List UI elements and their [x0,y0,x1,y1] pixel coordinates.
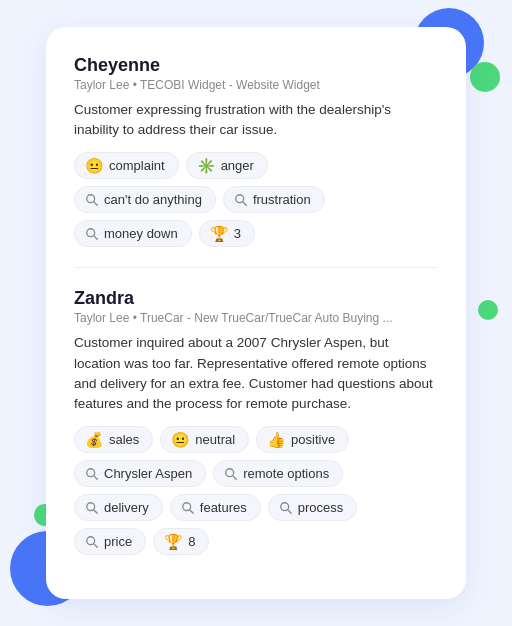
zandra-tags-row-4: price 🏆 8 [74,528,438,555]
zandra-tags-row-1: 💰 sales 😐 neutral 👍 positive [74,426,438,453]
svg-point-10 [87,503,95,511]
cheyenne-sub: Taylor Lee • TECOBI Widget - Website Wid… [74,78,438,92]
tag-process-label: process [298,500,344,515]
tag-cantdo-label: can't do anything [104,192,202,207]
tag-chrysleraspen[interactable]: Chrysler Aspen [74,460,206,487]
tag-sales-label: sales [109,432,139,447]
tag-positive[interactable]: 👍 positive [256,426,349,453]
search-icon-price [85,535,99,549]
tag-neutral[interactable]: 😐 neutral [160,426,249,453]
svg-point-8 [226,469,234,477]
search-icon-moneydown [85,227,99,241]
svg-point-6 [87,469,95,477]
svg-line-5 [94,236,97,239]
complaint-emoji: 😐 [85,158,104,173]
svg-point-12 [183,503,191,511]
zandra-sub: Taylor Lee • TrueCar - New TrueCar/TrueC… [74,311,438,325]
tag-complaint[interactable]: 😐 complaint [74,152,179,179]
svg-point-4 [87,229,95,237]
tag-features[interactable]: features [170,494,261,521]
tag-chrysleraspen-label: Chrysler Aspen [104,466,192,481]
svg-line-13 [190,510,193,513]
zandra-tags-row-3: delivery features process [74,494,438,521]
entry-cheyenne: Cheyenne Taylor Lee • TECOBI Widget - We… [74,55,438,248]
cheyenne-tags-row-3: money down 🏆 3 [74,220,438,247]
tag-trophy-zandra[interactable]: 🏆 8 [153,528,209,555]
tag-trophy-cheyenne[interactable]: 🏆 3 [199,220,255,247]
svg-point-0 [87,195,95,203]
zandra-desc: Customer inquired about a 2007 Chrysler … [74,333,438,414]
tag-cantdoanything[interactable]: can't do anything [74,186,216,213]
search-icon-frustration [234,193,248,207]
tag-trophy-cheyenne-val: 3 [234,226,241,241]
svg-line-7 [94,476,97,479]
svg-line-1 [94,202,97,205]
search-icon-cantdo [85,193,99,207]
trophy-emoji-zandra: 🏆 [164,534,183,549]
svg-line-17 [94,544,97,547]
svg-point-14 [281,503,289,511]
cheyenne-tags-row-1: 😐 complaint ✳️ anger [74,152,438,179]
svg-line-11 [94,510,97,513]
tag-remoteoptions[interactable]: remote options [213,460,343,487]
cheyenne-tags-row-2: can't do anything frustration [74,186,438,213]
svg-line-9 [233,476,236,479]
tag-moneydown[interactable]: money down [74,220,192,247]
tag-trophy-zandra-val: 8 [188,534,195,549]
search-icon-features [181,501,195,515]
tag-neutral-label: neutral [195,432,235,447]
neutral-emoji: 😐 [171,432,190,447]
search-icon-delivery [85,501,99,515]
decor-circle-green-top-right [470,62,500,92]
tag-frustration-label: frustration [253,192,311,207]
cheyenne-desc: Customer expressing frustration with the… [74,100,438,141]
entry-zandra: Zandra Taylor Lee • TrueCar - New TrueCa… [74,267,438,555]
cheyenne-name: Cheyenne [74,55,438,76]
search-icon-remote [224,467,238,481]
tag-price[interactable]: price [74,528,146,555]
tag-delivery[interactable]: delivery [74,494,163,521]
tag-anger[interactable]: ✳️ anger [186,152,268,179]
tag-delivery-label: delivery [104,500,149,515]
tag-moneydown-label: money down [104,226,178,241]
main-card: Cheyenne Taylor Lee • TECOBI Widget - We… [46,27,466,600]
positive-emoji: 👍 [267,432,286,447]
sales-emoji: 💰 [85,432,104,447]
decor-circle-green-mid-right [478,300,498,320]
zandra-tags-row-2: Chrysler Aspen remote options [74,460,438,487]
search-icon-process [279,501,293,515]
svg-point-16 [87,537,95,545]
zandra-name: Zandra [74,288,438,309]
tag-complaint-label: complaint [109,158,165,173]
tag-price-label: price [104,534,132,549]
tag-positive-label: positive [291,432,335,447]
svg-line-3 [243,202,246,205]
tag-process[interactable]: process [268,494,358,521]
tag-frustration[interactable]: frustration [223,186,325,213]
trophy-emoji-cheyenne: 🏆 [210,226,229,241]
search-icon-chrysler [85,467,99,481]
svg-line-15 [288,510,291,513]
tag-remoteoptions-label: remote options [243,466,329,481]
svg-point-2 [236,195,244,203]
anger-emoji: ✳️ [197,158,216,173]
tag-sales[interactable]: 💰 sales [74,426,153,453]
tag-features-label: features [200,500,247,515]
tag-anger-label: anger [221,158,254,173]
